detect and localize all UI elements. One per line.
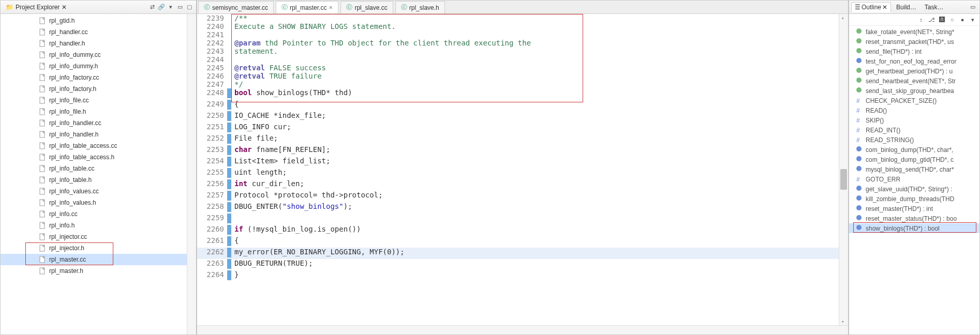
outline-tab[interactable]: Task… — [922, 3, 947, 12]
minimize-icon[interactable]: ▭ — [968, 3, 977, 12]
file-item[interactable]: rpl_injector.h — [1, 242, 187, 254]
editor-tab[interactable]: ⓒrpl_slave.h — [395, 1, 445, 13]
file-item[interactable]: rpl_info_file.cc — [1, 95, 187, 106]
file-item[interactable]: rpl_master.cc — [1, 254, 187, 265]
file-list[interactable]: rpl_gtid.hrpl_handler.ccrpl_handler.hrpl… — [1, 14, 187, 334]
editor-hscrollbar[interactable] — [197, 325, 848, 334]
outline-tab[interactable]: ☰ Outline ✕ — [851, 2, 891, 12]
outline-item[interactable]: #READ_STRING() — [849, 135, 979, 145]
file-item[interactable]: rpl_info_table_access.cc — [1, 140, 187, 151]
file-item[interactable]: rpl_info_table_access.h — [1, 151, 187, 163]
close-icon[interactable]: ✕ — [329, 5, 333, 10]
code-line[interactable]: 2249{ — [197, 100, 839, 111]
code-line[interactable]: 2263 DBUG_RETURN(TRUE); — [197, 259, 839, 270]
outline-item[interactable]: send_last_skip_group_heartbea — [849, 86, 979, 96]
outline-item[interactable]: reset_master(THD*) : int — [849, 204, 979, 214]
scroll-up-icon[interactable]: ▴ — [841, 15, 844, 20]
code-line[interactable]: 2264 } — [197, 270, 839, 282]
file-item[interactable]: rpl_info_handler.h — [1, 129, 187, 140]
file-item[interactable]: rpl_handler.cc — [1, 26, 187, 38]
file-item[interactable]: rpl_info_table.h — [1, 174, 187, 186]
outline-item[interactable]: get_slave_uuid(THD*, String*) : — [849, 184, 979, 194]
outline-item[interactable]: test_for_non_eof_log_read_error — [849, 56, 979, 66]
file-item[interactable]: rpl_info_table.cc — [1, 163, 187, 174]
hide-static-icon[interactable]: ○ — [947, 15, 957, 24]
code-line[interactable]: 2242 @param thd Pointer to THD object fo… — [197, 39, 839, 47]
view-menu-icon[interactable]: ▾ — [968, 15, 977, 24]
explorer-scrollbar[interactable] — [187, 14, 196, 334]
code-line[interactable]: 2259 — [197, 214, 839, 225]
editor-tab[interactable]: ⓒsemisync_master.cc — [198, 1, 274, 13]
outline-item[interactable]: #READ() — [849, 105, 979, 115]
code-area[interactable]: 2239/**2240 Execute a SHOW BINARY LOGS s… — [197, 14, 839, 325]
hide-fields-icon[interactable]: 🅰 — [937, 15, 946, 24]
outline-item[interactable]: #READ_INT() — [849, 125, 979, 135]
file-item[interactable]: rpl_handler.h — [1, 38, 187, 49]
outline-tab[interactable]: Build… — [893, 3, 919, 12]
code-line[interactable]: 2248bool show_binlogs(THD* thd) — [197, 88, 839, 100]
code-line[interactable]: 2250 IO_CACHE *index_file; — [197, 111, 839, 123]
code-line[interactable]: 2256 int cur_dir_len; — [197, 179, 839, 191]
hide-nonpublic-icon[interactable]: ● — [958, 15, 967, 24]
code-line[interactable]: 2251 LOG_INFO cur; — [197, 123, 839, 134]
explorer-tab[interactable]: 📁 Project Explorer ✕ — [3, 3, 70, 12]
outline-item[interactable]: mysql_binlog_send(THD*, char* — [849, 164, 979, 174]
code-line[interactable]: 2254 List<Item> field_list; — [197, 157, 839, 168]
outline-item[interactable]: com_binlog_dump(THD*, char*, — [849, 145, 979, 155]
file-item[interactable]: rpl_info_dummy.cc — [1, 49, 187, 60]
file-item[interactable]: rpl_info_factory.cc — [1, 72, 187, 83]
outline-item[interactable]: #CHECK_PACKET_SIZE() — [849, 96, 979, 105]
file-item[interactable]: rpl_info_factory.h — [1, 83, 187, 95]
file-item[interactable]: rpl_info_dummy.h — [1, 60, 187, 72]
outline-list[interactable]: fake_rotate_event(NET*, String*reset_tra… — [849, 26, 979, 334]
outline-item[interactable]: send_heartbeat_event(NET*, Str — [849, 76, 979, 86]
file-item[interactable]: rpl_info_file.h — [1, 106, 187, 117]
code-line[interactable]: 2252 File file; — [197, 134, 839, 145]
outline-item[interactable]: send_file(THD*) : int — [849, 47, 979, 56]
outline-item[interactable]: kill_zombie_dump_threads(THD — [849, 194, 979, 204]
sort-icon[interactable]: ↕ — [916, 15, 926, 24]
collapse-all-icon[interactable]: ⇄ — [147, 3, 157, 12]
code-line[interactable]: 2261 { — [197, 236, 839, 248]
editor-tab[interactable]: ⓒrpl_slave.cc — [340, 1, 393, 13]
outline-item[interactable]: fake_rotate_event(NET*, String* — [849, 27, 979, 37]
code-line[interactable]: 2255 uint length; — [197, 168, 839, 179]
file-item[interactable]: rpl_info.cc — [1, 208, 187, 220]
code-line[interactable]: 2260 if (!mysql_bin_log.is_open()) — [197, 225, 839, 236]
code-line[interactable]: 2262 my_error(ER_NO_BINARY_LOGGING, MYF(… — [197, 248, 839, 259]
outline-item[interactable]: get_heartbeat_period(THD*) : u — [849, 66, 979, 76]
code-line[interactable]: 2247*/ — [197, 80, 839, 88]
code-line[interactable]: 2246 @retval TRUE failure — [197, 72, 839, 80]
code-line[interactable]: 2258 DBUG_ENTER("show_binlogs"); — [197, 202, 839, 214]
file-item[interactable]: rpl_injector.cc — [1, 231, 187, 242]
editor-tab[interactable]: ⓒrpl_master.cc✕ — [276, 1, 338, 13]
close-icon[interactable]: ✕ — [62, 4, 67, 11]
file-item[interactable]: rpl_info_values.cc — [1, 186, 187, 197]
code-line[interactable]: 2239/** — [197, 14, 839, 22]
code-line[interactable]: 2244 — [197, 55, 839, 64]
minimize-icon[interactable]: ▭ — [175, 3, 185, 12]
file-item[interactable]: rpl_info_handler.cc — [1, 117, 187, 129]
outline-item[interactable]: #SKIP() — [849, 115, 979, 125]
code-line[interactable]: 2257 Protocol *protocol= thd->protocol; — [197, 191, 839, 202]
view-menu-icon[interactable]: ▾ — [166, 3, 175, 12]
code-line[interactable]: 2241 — [197, 31, 839, 39]
outline-item[interactable]: reset_master_status(THD*) : boo — [849, 214, 979, 223]
filter-icon[interactable]: ⎇ — [927, 15, 936, 24]
file-item[interactable]: rpl_info_values.h — [1, 197, 187, 208]
code-line[interactable]: 2240 Execute a SHOW BINARY LOGS statemen… — [197, 22, 839, 31]
link-editor-icon[interactable]: 🔗 — [157, 3, 166, 12]
editor-vscrollbar[interactable]: ▴ ▾ — [839, 14, 848, 325]
close-icon[interactable]: ✕ — [882, 4, 887, 11]
code-line[interactable]: 2245 @retval FALSE success — [197, 64, 839, 72]
outline-item[interactable]: #GOTO_ERR — [849, 174, 979, 184]
outline-item[interactable]: reset_transmit_packet(THD*, us — [849, 37, 979, 47]
maximize-icon[interactable]: ▢ — [185, 3, 194, 12]
scroll-thumb[interactable] — [840, 169, 847, 190]
file-item[interactable]: rpl_info.h — [1, 220, 187, 231]
file-item[interactable]: rpl_gtid.h — [1, 15, 187, 26]
scroll-down-icon[interactable]: ▾ — [841, 319, 844, 324]
outline-item[interactable]: show_binlogs(THD*) : bool — [849, 223, 979, 233]
code-line[interactable]: 2243 statement. — [197, 47, 839, 55]
outline-item[interactable]: com_binlog_dump_gtid(THD*, c — [849, 155, 979, 164]
